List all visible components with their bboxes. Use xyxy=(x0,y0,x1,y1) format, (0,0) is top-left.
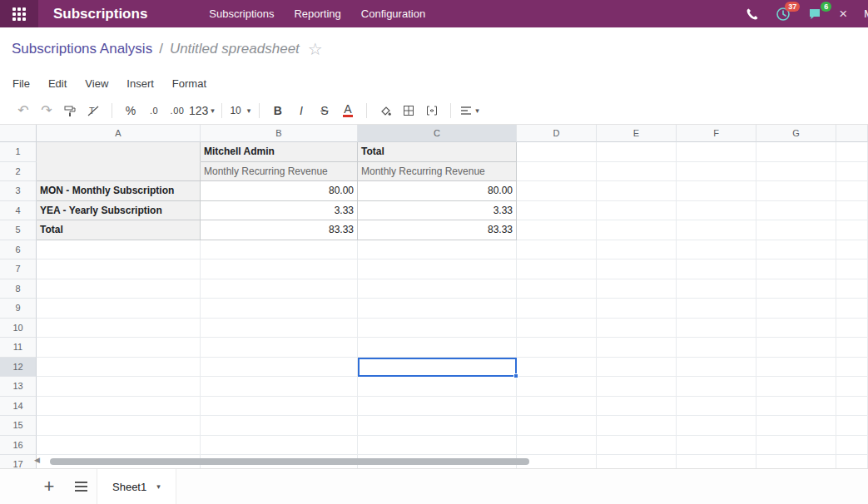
column-header-overflow[interactable] xyxy=(836,125,868,142)
cell-G17[interactable] xyxy=(756,455,836,468)
cell-A10[interactable] xyxy=(37,319,201,338)
row-header-7[interactable]: 7 xyxy=(0,259,37,279)
add-sheet-button[interactable]: + xyxy=(38,476,60,497)
cell-F6[interactable] xyxy=(677,240,756,260)
merge-cells-button[interactable] xyxy=(420,100,444,121)
cell-B4[interactable]: 3.33 xyxy=(201,201,358,221)
column-header-D[interactable]: D xyxy=(517,125,597,142)
cell-D1[interactable] xyxy=(517,142,597,162)
row-header-6[interactable]: 6 xyxy=(0,240,37,260)
cell-C2[interactable]: Monthly Recurring Revenue xyxy=(358,162,517,182)
row-header-8[interactable]: 8 xyxy=(0,279,37,299)
cell-H11[interactable] xyxy=(836,338,868,358)
cell-H16[interactable] xyxy=(836,436,868,456)
cell-E11[interactable] xyxy=(597,338,677,358)
borders-button[interactable] xyxy=(397,100,420,121)
apps-menu-button[interactable] xyxy=(0,0,38,27)
cell-A11[interactable] xyxy=(37,338,201,358)
cell-A7[interactable] xyxy=(37,259,201,279)
messages-button[interactable]: 6 xyxy=(807,7,822,22)
cell-F4[interactable] xyxy=(677,201,756,221)
increase-decimal-button[interactable]: .00 xyxy=(166,100,189,121)
row-header-12[interactable]: 12 xyxy=(0,358,37,378)
cell-B15[interactable] xyxy=(201,416,358,436)
cell-H17[interactable] xyxy=(836,455,868,468)
cell-G3[interactable] xyxy=(756,181,836,201)
cell-D2[interactable] xyxy=(517,162,597,182)
scroll-left-arrow-icon[interactable]: ◀ xyxy=(34,456,40,464)
cell-D15[interactable] xyxy=(517,416,597,436)
cell-C8[interactable] xyxy=(358,279,517,299)
cell-D3[interactable] xyxy=(517,181,597,201)
menu-reporting[interactable]: Reporting xyxy=(284,7,350,20)
cell-A13[interactable] xyxy=(37,377,201,397)
cell-F2[interactable] xyxy=(677,162,756,182)
cell-G8[interactable] xyxy=(756,279,836,299)
cell-E2[interactable] xyxy=(597,162,677,182)
cell-E13[interactable] xyxy=(597,377,677,397)
number-format-dropdown[interactable]: 123 ▾ xyxy=(189,100,215,121)
cell-C13[interactable] xyxy=(358,377,517,397)
cell-F5[interactable] xyxy=(677,220,756,240)
cell-H10[interactable] xyxy=(836,319,868,338)
cell-E10[interactable] xyxy=(597,319,677,338)
cell-G4[interactable] xyxy=(756,201,836,221)
close-icon[interactable]: × xyxy=(839,7,847,21)
column-header-F[interactable]: F xyxy=(677,125,756,142)
cell-B5[interactable]: 83.33 xyxy=(201,220,358,240)
row-header-2[interactable]: 2 xyxy=(0,162,37,182)
cell-F3[interactable] xyxy=(677,181,756,201)
column-header-E[interactable]: E xyxy=(597,125,677,142)
cell-H9[interactable] xyxy=(836,299,868,319)
cell-B6[interactable] xyxy=(201,240,358,260)
cell-B12[interactable] xyxy=(201,358,358,378)
cell-F1[interactable] xyxy=(677,142,756,162)
cell-B9[interactable] xyxy=(201,299,358,319)
cell-A16[interactable] xyxy=(37,436,201,456)
row-header-11[interactable]: 11 xyxy=(0,338,37,358)
row-header-17[interactable]: 17 xyxy=(0,455,37,468)
cell-C7[interactable] xyxy=(358,259,517,279)
cell-H12[interactable] xyxy=(836,358,868,378)
cell-G14[interactable] xyxy=(756,397,836,417)
cell-E12[interactable] xyxy=(597,358,677,378)
cell-A5[interactable]: Total xyxy=(37,220,201,240)
cell-D12[interactable] xyxy=(517,358,597,378)
cell-H1[interactable] xyxy=(836,142,868,162)
cell-B7[interactable] xyxy=(201,259,358,279)
grid-corner-select-all[interactable] xyxy=(0,125,37,142)
user-menu[interactable]: M xyxy=(864,7,868,20)
row-header-16[interactable]: 16 xyxy=(0,436,37,456)
cell-G5[interactable] xyxy=(756,220,836,240)
cell-H13[interactable] xyxy=(836,377,868,397)
cell-C5[interactable]: 83.33 xyxy=(358,220,517,240)
cell-A6[interactable] xyxy=(37,240,201,260)
cell-G10[interactable] xyxy=(756,319,836,338)
cell-E1[interactable] xyxy=(597,142,677,162)
bold-button[interactable]: B xyxy=(266,100,290,121)
row-header-10[interactable]: 10 xyxy=(0,319,37,338)
column-header-G[interactable]: G xyxy=(756,125,836,142)
cell-A1[interactable] xyxy=(37,142,201,162)
cell-B14[interactable] xyxy=(201,397,358,417)
cell-H14[interactable] xyxy=(836,397,868,417)
cell-H8[interactable] xyxy=(836,279,868,299)
cell-C16[interactable] xyxy=(358,436,517,456)
cell-C1[interactable]: Total xyxy=(358,142,517,162)
cell-D6[interactable] xyxy=(517,240,597,260)
cell-G15[interactable] xyxy=(756,416,836,436)
decrease-decimal-button[interactable]: .0 xyxy=(142,100,166,121)
cell-E14[interactable] xyxy=(597,397,677,417)
cell-E15[interactable] xyxy=(597,416,677,436)
paint-format-button[interactable] xyxy=(58,100,82,121)
cell-E7[interactable] xyxy=(597,259,677,279)
row-header-15[interactable]: 15 xyxy=(0,416,37,436)
menu-format[interactable]: Format xyxy=(163,77,216,90)
strikethrough-button[interactable]: S xyxy=(313,100,336,121)
phone-icon[interactable] xyxy=(746,7,759,21)
cell-A12[interactable] xyxy=(37,358,201,378)
column-header-A[interactable]: A xyxy=(37,125,201,142)
horizontal-align-dropdown[interactable]: ▾ xyxy=(458,100,481,121)
cell-F9[interactable] xyxy=(677,299,756,319)
app-title[interactable]: Subscriptions xyxy=(53,6,147,22)
